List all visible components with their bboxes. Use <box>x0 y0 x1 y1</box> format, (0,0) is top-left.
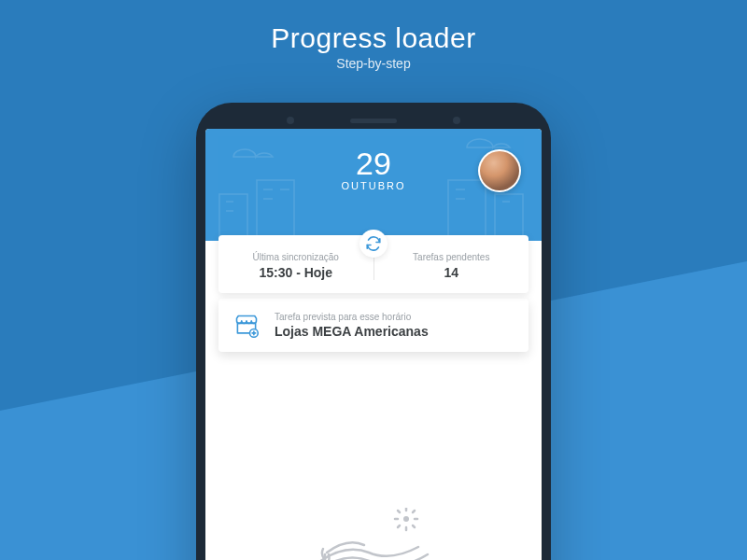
svg-line-21 <box>413 525 415 527</box>
headline: Progress loader Step-by-step <box>0 22 747 71</box>
sync-icon <box>365 235 382 252</box>
avatar-image <box>480 151 519 190</box>
app-header: 29 OUTUBRO <box>205 129 542 241</box>
pending-tasks-label: Tarefas pendentes <box>374 252 529 262</box>
svg-line-19 <box>413 511 415 512</box>
phone-hardware <box>205 112 542 129</box>
task-value: Lojas MEGA Americanas <box>275 324 514 339</box>
svg-point-13 <box>403 516 409 522</box>
pending-tasks-value: 14 <box>374 265 529 280</box>
last-sync-cell: Última sincronização 15:30 - Hoje <box>218 252 374 280</box>
svg-line-20 <box>398 525 400 527</box>
task-label: Tarefa prevista para esse horário <box>275 312 514 322</box>
page-subtitle: Step-by-step <box>0 56 747 71</box>
phone-speaker <box>350 119 397 123</box>
scheduled-task-card[interactable]: Tarefa prevista para esse horário Lojas … <box>218 299 529 352</box>
last-sync-value: 15:30 - Hoje <box>218 265 374 280</box>
store-icon <box>233 313 260 339</box>
phone-camera <box>287 117 294 124</box>
page-title: Progress loader <box>0 22 747 54</box>
empty-state <box>205 371 542 560</box>
svg-line-18 <box>398 511 400 512</box>
last-sync-label: Última sincronização <box>218 252 374 262</box>
pending-tasks-cell: Tarefas pendentes 14 <box>374 252 529 280</box>
phone-sensor <box>453 117 460 124</box>
avatar[interactable] <box>478 149 521 192</box>
landscape-illustration-icon <box>308 508 439 560</box>
phone-frame: 29 OUTUBRO Última sincronização 15:30 - … <box>196 103 551 560</box>
phone-screen: 29 OUTUBRO Última sincronização 15:30 - … <box>205 129 542 560</box>
sync-button[interactable] <box>359 230 388 258</box>
